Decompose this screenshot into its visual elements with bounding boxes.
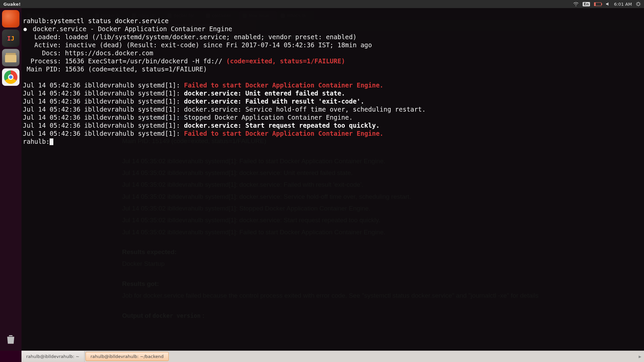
terminal-tab-active[interactable]: rahulb@iblldevrahulb: ~/backend [86, 352, 169, 361]
system-tray: En 6:01 AM [573, 2, 644, 7]
log-prefix: Jul 14 05:42:36 iblldevrahulb systemd[1]… [23, 130, 184, 137]
log-message: Stopped Docker Application Container Eng… [184, 114, 353, 121]
terminal-line: Docs: https://docs.docker.com [23, 49, 153, 57]
terminal-line: Loaded: loaded (/lib/systemd/system/dock… [23, 33, 357, 41]
gnome-top-panel: Guake! En 6:01 AM [0, 0, 644, 8]
log-message: docker.service: Start request repeated t… [184, 122, 379, 129]
intellij-icon[interactable] [2, 29, 19, 47]
chrome-icon[interactable] [2, 68, 19, 86]
log-message: docker.service: Unit entered failed stat… [184, 89, 345, 97]
terminal-line: docker.service - Docker Application Cont… [29, 25, 232, 33]
log-prefix: Jul 14 05:42:36 iblldevrahulb systemd[1]… [23, 114, 184, 121]
terminal-line: Main PID: 15636 (code=exited, status=1/F… [23, 65, 207, 73]
service-status-dot [23, 28, 27, 31]
log-prefix: Jul 14 05:42:36 iblldevrahulb systemd[1]… [23, 122, 184, 129]
log-message: docker.service: Failed with result 'exit… [184, 98, 364, 105]
terminal-tab[interactable]: rahulb@iblldevrahulb: ~ [21, 351, 85, 362]
terminal-cursor [50, 138, 53, 145]
network-icon[interactable] [573, 2, 579, 6]
active-app-title: Guake! [0, 2, 21, 7]
guake-terminal[interactable]: rahulb:systemctl status docker.service d… [21, 8, 644, 351]
clock[interactable]: 6:01 AM [614, 2, 632, 7]
log-error: Failed to start Docker Application Conta… [184, 130, 383, 137]
volume-icon[interactable] [605, 2, 610, 6]
ubuntu-dash-icon[interactable] [2, 10, 19, 27]
battery-icon[interactable] [594, 2, 601, 6]
terminal-line: Active: inactive (dead) (Result: exit-co… [23, 41, 372, 49]
log-error: Failed to start Docker Application Conta… [184, 81, 383, 89]
terminal-error-text: (code=exited, status=1/FAILURE) [226, 57, 345, 65]
guake-tabbar: rahulb@iblldevrahulb: ~ rahulb@iblldevra… [21, 351, 644, 362]
trash-icon[interactable] [2, 330, 19, 348]
svg-point-0 [637, 3, 640, 5]
terminal-line: Process: 15636 ExecStart=/usr/bin/docker… [23, 57, 226, 65]
log-prefix: Jul 14 05:42:36 iblldevrahulb systemd[1]… [23, 98, 184, 105]
new-tab-icon[interactable]: ▸ [639, 351, 641, 362]
unity-launcher [0, 8, 21, 351]
system-menu-icon[interactable] [636, 2, 641, 6]
terminal-prompt: rahulb: [23, 138, 50, 145]
log-message: docker.service: Service hold-off time ov… [184, 106, 426, 113]
files-icon[interactable] [2, 49, 19, 66]
keyboard-layout-indicator[interactable]: En [583, 2, 590, 6]
terminal-command: rahulb:systemctl status docker.service [23, 17, 169, 24]
log-prefix: Jul 14 05:42:36 iblldevrahulb systemd[1]… [23, 81, 184, 89]
log-prefix: Jul 14 05:42:36 iblldevrahulb systemd[1]… [23, 106, 184, 113]
log-prefix: Jul 14 05:42:36 iblldevrahulb systemd[1]… [23, 89, 184, 97]
